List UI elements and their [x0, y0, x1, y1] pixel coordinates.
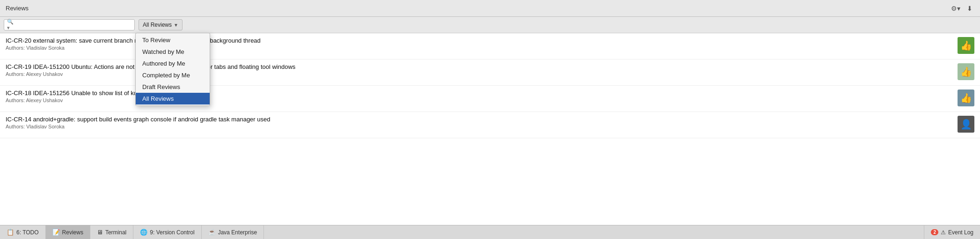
reviews-label: Reviews: [62, 229, 83, 236]
status-tab-terminal[interactable]: 🖥 Terminal: [90, 225, 133, 239]
dropdown-item-all-reviews[interactable]: All Reviews: [136, 93, 210, 105]
filter-label: All Reviews: [143, 22, 172, 28]
gear-icon: ⚙▾: [951, 5, 960, 12]
status-bar-left: 📋6: TODO📝 Reviews🖥 Terminal🌐9: Version C…: [0, 225, 264, 239]
version-control-label: 9: Version Control: [150, 229, 194, 236]
dropdown-item-to-review[interactable]: To Review: [136, 34, 210, 46]
dropdown-item-authored-by-me[interactable]: Authored by Me: [136, 58, 210, 69]
status-tab-java-enterprise[interactable]: ☕ Java Enterprise: [202, 225, 264, 239]
todo-icon: 📋: [7, 229, 14, 236]
review-title: IC-CR-14 android+gradle: support build e…: [6, 116, 895, 123]
avatar: 👍: [958, 63, 974, 80]
toolbar: 🔍▾ All Reviews ▼ To ReviewWatched by MeA…: [0, 17, 980, 33]
terminal-icon: 🖥: [97, 229, 103, 236]
search-input[interactable]: [17, 22, 132, 28]
review-item[interactable]: IC-CR-14 android+gradle: support build e…: [0, 112, 980, 138]
download-button[interactable]: ⬇: [965, 4, 974, 13]
title-bar-actions: ⚙▾ ⬇: [949, 4, 974, 13]
dropdown-item-watched-by-me[interactable]: Watched by Me: [136, 46, 210, 58]
avatar: 👍: [958, 37, 974, 54]
status-bar: 📋6: TODO📝 Reviews🖥 Terminal🌐9: Version C…: [0, 225, 980, 239]
java-enterprise-label: Java Enterprise: [218, 229, 257, 236]
status-bar-right: 2⚠Event Log: [924, 225, 980, 239]
status-tab-reviews[interactable]: 📝 Reviews: [46, 225, 90, 239]
status-tab-version-control[interactable]: 🌐9: Version Control: [133, 225, 201, 239]
java-enterprise-icon: ☕: [208, 229, 216, 236]
filter-dropdown-menu: To ReviewWatched by MeAuthored by MeComp…: [135, 33, 210, 106]
version-control-icon: 🌐: [140, 229, 147, 236]
search-box: 🔍▾: [4, 19, 135, 30]
filter-dropdown-button[interactable]: All Reviews ▼: [139, 19, 183, 30]
status-tab-event-log[interactable]: 2⚠Event Log: [924, 225, 980, 239]
event-log-badge: 2: [931, 229, 938, 235]
settings-button[interactable]: ⚙▾: [949, 4, 962, 13]
review-left: IC-CR-14 android+gradle: support build e…: [6, 116, 953, 129]
dropdown-item-completed-by-me[interactable]: Completed by Me: [136, 69, 210, 81]
dropdown-item-draft-reviews[interactable]: Draft Reviews: [136, 81, 210, 93]
avatar: 👍: [958, 90, 974, 106]
terminal-label: Terminal: [105, 229, 126, 236]
download-icon: ⬇: [967, 5, 973, 12]
status-tab-todo[interactable]: 📋6: TODO: [0, 225, 46, 239]
title-bar: Reviews ⚙▾ ⬇: [0, 0, 980, 17]
event-log-icon: ⚠: [941, 229, 946, 236]
window-title: Reviews: [6, 5, 29, 12]
avatar: 👤: [958, 116, 974, 133]
reviews-icon: 📝: [52, 229, 60, 236]
chevron-down-icon: ▼: [174, 22, 178, 28]
search-icon: 🔍▾: [7, 19, 15, 31]
todo-label: 6: TODO: [16, 229, 39, 236]
review-authors: Authors: Vladislav Soroka: [6, 124, 953, 129]
event-log-label: Event Log: [948, 229, 973, 236]
